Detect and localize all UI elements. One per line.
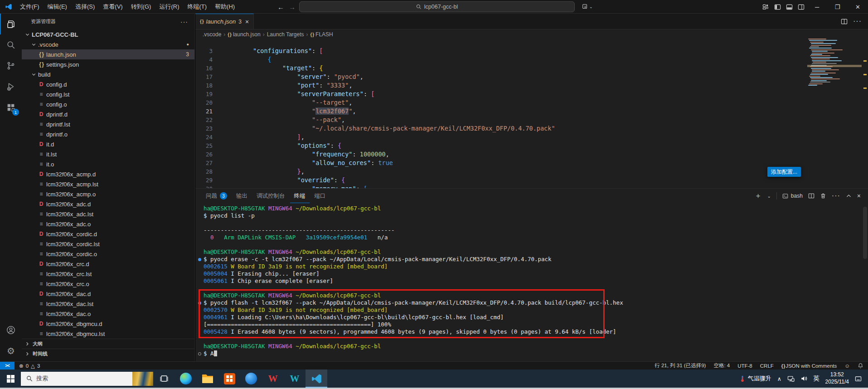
source-control-icon[interactable] — [0, 55, 22, 76]
panel-tab-1[interactable]: 输出 — [232, 189, 252, 203]
toggle-panel-icon[interactable] — [783, 0, 795, 14]
file-item-it.d[interactable]: Dit.d — [22, 139, 194, 149]
cursor-position[interactable]: 行 21, 列 31 (已选择9) — [655, 362, 706, 369]
file-item-lcm32f06x_acmp.o[interactable]: ≡lcm32f06x_acmp.o — [22, 189, 194, 199]
panel-more-actions-icon[interactable]: ··· — [832, 192, 840, 200]
command-decoration-dot[interactable] — [198, 301, 201, 305]
search-sidebar-icon[interactable] — [0, 34, 22, 55]
code-line-20[interactable]: 20 "--target", — [195, 98, 862, 107]
toggle-sidebar-icon[interactable] — [771, 0, 783, 14]
menu-item-7[interactable]: 帮助(H) — [211, 0, 239, 13]
file-item-lcm32f06x_dac.d[interactable]: Dlcm32f06x_dac.d — [22, 289, 194, 299]
file-item-lcm32f06x_acmp.lst[interactable]: ≡lcm32f06x_acmp.lst — [22, 179, 194, 189]
run-debug-icon[interactable] — [0, 76, 22, 97]
split-terminal-icon[interactable] — [808, 193, 815, 199]
indentation[interactable]: 空格: 4 — [713, 362, 730, 369]
extensions-icon[interactable]: 1 — [0, 97, 22, 118]
file-item-lcm32f06x_cordic.d[interactable]: Dlcm32f06x_cordic.d — [22, 229, 194, 239]
settings-gear-icon[interactable]: ⚙ — [0, 340, 22, 361]
add-configuration-button[interactable]: 添加配置... — [767, 167, 801, 177]
tab-close-icon[interactable]: × — [245, 18, 249, 25]
code-editor[interactable]: 3 "configurations": [4 {16 "target": {17… — [195, 39, 862, 202]
file-item-lcm32f06x_dac.o[interactable]: ≡lcm32f06x_dac.o — [22, 309, 194, 319]
file-item-lcm32f06x_dbgmcu.lst[interactable]: ≡lcm32f06x_dbgmcu.lst — [22, 329, 194, 339]
taskbar-clock[interactable]: 13:52 2025/11/4 — [825, 371, 849, 385]
file-item-LCP067-GCC-BL[interactable]: LCP067-GCC-BL — [22, 29, 194, 39]
account-icon[interactable] — [0, 320, 22, 340]
editor-more-actions-icon[interactable]: ··· — [853, 17, 862, 25]
file-item-launch.json[interactable]: { }launch.json3 — [22, 49, 194, 59]
kill-terminal-icon[interactable] — [820, 193, 826, 199]
code-line-24[interactable]: 24 ], — [195, 133, 862, 141]
code-line-23[interactable]: 23 "~/.local/share/cmsis-pack-manager/Ke… — [195, 124, 862, 133]
feedback-icon[interactable]: ☺ — [844, 363, 850, 369]
menu-item-3[interactable]: 查看(V) — [99, 0, 126, 13]
file-item-dprintf.lst[interactable]: ≡dprintf.lst — [22, 119, 194, 129]
taskbar-search-box[interactable]: 搜索 — [21, 372, 153, 386]
panel-tab-2[interactable]: 调试控制台 — [252, 189, 289, 203]
eol-sequence[interactable]: CRLF — [760, 363, 774, 369]
code-line-27[interactable]: 27 "allow_no_cores": true — [195, 159, 862, 167]
menu-item-0[interactable]: 文件(F) — [16, 0, 44, 13]
command-decoration-dot[interactable] — [198, 258, 201, 261]
terminal-dropdown-icon[interactable]: ⌄ — [767, 194, 771, 199]
file-explorer-icon[interactable] — [197, 370, 218, 388]
code-line-4[interactable]: 4 { — [195, 55, 862, 64]
app-blue-round-icon[interactable] — [240, 370, 262, 388]
close-panel-icon[interactable]: × — [857, 192, 861, 199]
file-item-lcm32f06x_dac.lst[interactable]: ≡lcm32f06x_dac.lst — [22, 299, 194, 309]
sidebar-section-1[interactable]: 时间线 — [22, 349, 194, 359]
code-line-25[interactable]: 25 "options": { — [195, 141, 862, 150]
file-item-lcm32f06x_acmp.d[interactable]: Dlcm32f06x_acmp.d — [22, 169, 194, 179]
file-item-build[interactable]: build — [22, 69, 194, 79]
new-window-icon[interactable]: ⌄ — [582, 0, 593, 14]
hidden-icons-chevron[interactable]: ∧ — [777, 375, 781, 382]
file-item-lcm32f06x_crc.o[interactable]: ≡lcm32f06x_crc.o — [22, 279, 194, 289]
menu-item-1[interactable]: 编辑(E) — [44, 0, 71, 13]
menu-item-2[interactable]: 选择(S) — [71, 0, 99, 13]
problems-status[interactable]: ⊗ 0 △ 3 — [15, 363, 44, 369]
menu-item-4[interactable]: 转到(G) — [127, 0, 155, 13]
breadcrumb-item-2[interactable]: Launch Targets — [267, 31, 304, 38]
edge-browser-icon[interactable] — [175, 370, 197, 388]
code-line-22[interactable]: 22 "--pack", — [195, 116, 862, 124]
file-item-lcm32f06x_dbgmcu.d[interactable]: Dlcm32f06x_dbgmcu.d — [22, 319, 194, 329]
new-terminal-icon[interactable]: ＋ — [754, 191, 761, 201]
customize-layout-icon[interactable] — [760, 0, 771, 14]
breadcrumb-item-3[interactable]: { }FLASH — [310, 31, 333, 38]
file-item-config.o[interactable]: ≡config.o — [22, 99, 194, 109]
notification-center-icon[interactable] — [855, 375, 862, 382]
volume-icon[interactable] — [800, 375, 807, 382]
ime-indicator[interactable]: 英 — [813, 374, 820, 383]
start-button[interactable] — [0, 370, 21, 388]
code-line-26[interactable]: 26 "frequency": 1000000, — [195, 150, 862, 159]
terminal[interactable]: ha@DESKTOP-H85GTAK MINGW64 ~/Downloads/l… — [195, 203, 862, 361]
file-item-lcm32f06x_adc.o[interactable]: ≡lcm32f06x_adc.o — [22, 219, 194, 229]
file-item-lcm32f06x_cordic.o[interactable]: ≡lcm32f06x_cordic.o — [22, 249, 194, 259]
code-line-18[interactable]: 18 "port": "3333", — [195, 81, 862, 90]
code-line-16[interactable]: 16 "target": { — [195, 64, 862, 73]
panel-tab-0[interactable]: 问题3 — [202, 189, 231, 203]
file-item-config.d[interactable]: Dconfig.d — [22, 79, 194, 89]
breadcrumb-item-1[interactable]: { }launch.json — [228, 31, 260, 38]
terminal-instance-item[interactable]: bash — [782, 193, 803, 199]
nav-forward-icon[interactable]: → — [289, 0, 296, 14]
code-line-17[interactable]: 17 "server": "pyocd", — [195, 73, 862, 81]
file-item-it.lst[interactable]: ≡it.lst — [22, 149, 194, 159]
minimize-button[interactable]: ─ — [807, 0, 827, 14]
file-item-settings.json[interactable]: { }settings.json — [22, 59, 194, 69]
network-icon[interactable] — [787, 375, 795, 382]
notifications-bell-icon[interactable] — [858, 363, 863, 369]
app-tile-orange-icon[interactable] — [218, 370, 240, 388]
menu-item-5[interactable]: 运行(R) — [155, 0, 183, 13]
sidebar-section-0[interactable]: 大纲 — [22, 339, 194, 349]
file-item-config.lst[interactable]: ≡config.lst — [22, 89, 194, 99]
file-item-dprintf.d[interactable]: Ddprintf.d — [22, 109, 194, 119]
panel-tab-3[interactable]: 终端 — [290, 189, 310, 203]
task-view-button[interactable] — [153, 370, 175, 388]
code-line-3[interactable]: 3 "configurations": [ — [195, 47, 862, 55]
toggle-secondary-sidebar-icon[interactable] — [795, 0, 807, 14]
file-item-lcm32f06x_cordic.lst[interactable]: ≡lcm32f06x_cordic.lst — [22, 239, 194, 249]
explorer-more-actions-icon[interactable]: ··· — [180, 18, 188, 25]
command-decoration-circ[interactable] — [198, 352, 201, 355]
